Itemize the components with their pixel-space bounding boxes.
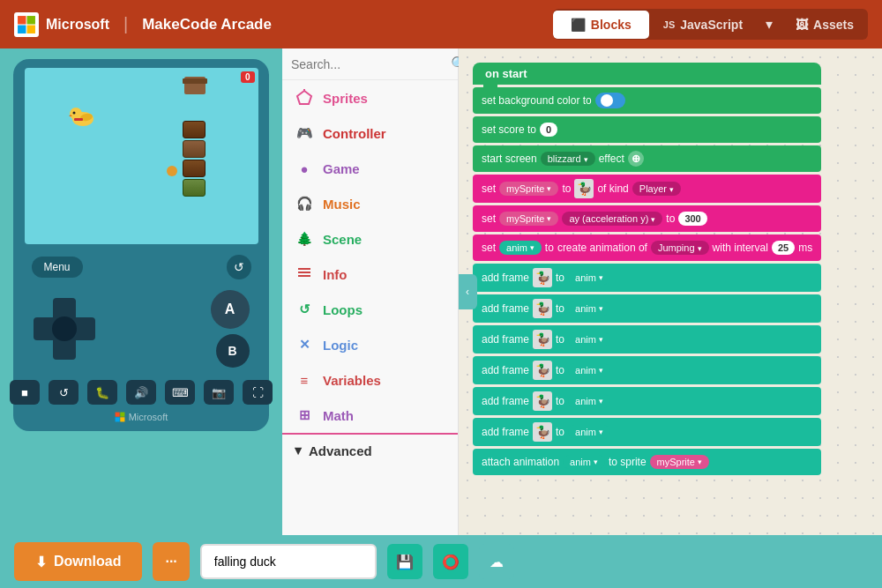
refresh-button[interactable]: ↺: [227, 255, 251, 279]
anim-field-frame3[interactable]: anim ▾: [568, 332, 610, 346]
fullscreen-button[interactable]: ⛶: [243, 380, 273, 405]
cloud-icon: ☁: [490, 554, 504, 570]
block-add-frame-4[interactable]: add frame 🦆 to anim ▾: [473, 356, 821, 384]
kind-player-field[interactable]: Player ▾: [632, 182, 681, 196]
toolbox-item-variables[interactable]: ≡ Variables: [282, 362, 458, 398]
blocks-container: on start set background color to set sco…: [473, 63, 821, 475]
toolbox-item-advanced[interactable]: ▾ Advanced: [282, 433, 458, 466]
anim-field-attach[interactable]: anim ▾: [563, 455, 605, 469]
attach-text: attach animation: [482, 456, 559, 468]
ay-value[interactable]: 300: [678, 212, 706, 226]
block-add-frame-1[interactable]: add frame 🦆 to anim ▾: [473, 264, 821, 292]
interval-value[interactable]: 25: [772, 241, 795, 255]
frame-3-icon[interactable]: 🦆: [533, 330, 552, 349]
stop-button[interactable]: ■: [10, 380, 40, 405]
add-frame-2-text: add frame: [482, 302, 529, 315]
toolbox-item-logic[interactable]: ✕ Logic: [282, 327, 458, 362]
svg-point-7: [72, 112, 75, 115]
controller-label: Controller: [323, 126, 386, 141]
dpad[interactable]: [34, 298, 95, 360]
block-add-frame-6[interactable]: add frame 🦆 to anim ▾: [473, 418, 821, 446]
search-bar: 🔍: [282, 48, 458, 80]
mysprite-field-attach[interactable]: mySprite ▾: [650, 455, 709, 469]
main-area: 0: [0, 48, 882, 535]
with-interval-label: with interval: [713, 242, 768, 254]
svg-point-12: [167, 166, 177, 176]
frame-6-icon[interactable]: 🦆: [533, 422, 552, 442]
anim-field-frame2[interactable]: anim ▾: [568, 301, 610, 316]
anim-field-frame6[interactable]: anim ▾: [568, 425, 610, 439]
svg-rect-1: [27, 16, 35, 24]
frame-1-icon[interactable]: 🦆: [533, 268, 552, 287]
svg-marker-17: [297, 91, 311, 104]
score-value[interactable]: 0: [540, 123, 557, 137]
block-add-frame-2[interactable]: add frame 🦆 to anim ▾: [473, 294, 821, 323]
save-button[interactable]: 💾: [387, 544, 422, 579]
anim-field-frame5[interactable]: anim ▾: [568, 394, 610, 408]
tab-assets[interactable]: 🖼 Assets: [781, 11, 868, 39]
toolbox-item-music[interactable]: 🎧 Music: [282, 186, 458, 221]
sprite-image-icon[interactable]: 🦆: [574, 179, 594, 198]
toolbox-item-game[interactable]: ● Game: [282, 151, 458, 186]
music-label: Music: [323, 197, 361, 212]
microsoft-label: Microsoft: [46, 17, 109, 33]
tab-blocks[interactable]: ⬛ Blocks: [553, 11, 649, 39]
info-label: Info: [323, 267, 348, 282]
download-button[interactable]: ⬇ Download: [14, 542, 142, 581]
anim-field-frame1[interactable]: anim ▾: [568, 271, 610, 285]
tab-javascript[interactable]: JS JavaScript: [649, 11, 757, 39]
button-b[interactable]: B: [216, 334, 250, 368]
toolbox-item-controller[interactable]: 🎮 Controller: [282, 115, 458, 151]
ay-field[interactable]: ay (acceleration y) ▾: [562, 212, 662, 226]
mysprite-field-1[interactable]: mySprite ▾: [499, 182, 558, 196]
block-set-mysprite[interactable]: set mySprite ▾ to 🦆 of kind Player ▾: [473, 175, 821, 203]
variables-icon: ≡: [295, 370, 314, 390]
button-a[interactable]: A: [211, 290, 250, 329]
screenshot-button[interactable]: 📷: [204, 380, 234, 405]
block-attach-animation[interactable]: attach animation anim ▾ to sprite mySpri…: [473, 449, 821, 475]
debug-button[interactable]: 🐛: [87, 380, 117, 405]
anim-field-frame4[interactable]: anim ▾: [568, 363, 610, 377]
frame-4-icon[interactable]: 🦆: [533, 361, 552, 380]
download-icon: ⬇: [35, 554, 47, 570]
block-add-frame-3[interactable]: add frame 🦆 to anim ▾: [473, 325, 821, 354]
effect-add-button[interactable]: ⊕: [628, 151, 644, 167]
microsoft-icon: [14, 12, 39, 37]
ay-to: to: [666, 212, 675, 225]
jumping-field[interactable]: Jumping ▾: [651, 241, 709, 255]
block-add-frame-5[interactable]: add frame 🦆 to anim ▾: [473, 387, 821, 415]
block-set-anim[interactable]: set anim ▾ to create animation of Jumpin…: [473, 234, 821, 261]
frame-5-icon[interactable]: 🦆: [533, 391, 552, 411]
svg-point-5: [70, 108, 82, 120]
block-screen-effect[interactable]: start screen blizzard ▾ effect ⊕: [473, 145, 821, 172]
frame-2-icon[interactable]: 🦆: [533, 299, 552, 318]
toolbox-item-math[interactable]: ⊞ Math: [282, 398, 458, 433]
block-set-background[interactable]: set background color to: [473, 87, 821, 114]
effect-blizzard[interactable]: blizzard ▾: [541, 152, 595, 166]
add-frame-4-text: add frame: [482, 364, 529, 376]
more-button[interactable]: ···: [153, 542, 189, 581]
tab-dropdown[interactable]: ▾: [757, 9, 781, 40]
anim-field-1[interactable]: anim ▾: [499, 241, 542, 255]
mysprite-field-2[interactable]: mySprite ▾: [499, 212, 558, 226]
collapse-button[interactable]: ‹: [459, 274, 477, 309]
bottom-bar: ⬇ Download ··· 💾 ⭕ ☁: [0, 535, 882, 588]
color-toggle[interactable]: [595, 93, 625, 108]
info-icon: [295, 264, 314, 284]
toolbox-item-scene[interactable]: 🌲 Scene: [282, 221, 458, 257]
add-frame-6-to: to: [556, 426, 564, 438]
toolbox-item-sprites[interactable]: Sprites: [282, 80, 458, 115]
github-button[interactable]: ⭕: [433, 544, 468, 579]
toolbox-item-loops[interactable]: ↺ Loops: [282, 292, 458, 327]
block-set-score[interactable]: set score to 0: [473, 116, 821, 143]
toolbox-item-info[interactable]: Info: [282, 257, 458, 292]
keyboard-button[interactable]: ⌨: [165, 380, 195, 405]
bottom-buttons: ■ ↺ 🐛 🔊 ⌨ 📷 ⛶: [10, 380, 273, 405]
sound-button[interactable]: 🔊: [126, 380, 156, 405]
block-set-ay[interactable]: set mySprite ▾ ay (acceleration y) ▾ to …: [473, 205, 821, 232]
cloud-button[interactable]: ☁: [479, 544, 514, 579]
restart-button[interactable]: ↺: [49, 380, 78, 405]
project-name-input[interactable]: [200, 544, 377, 579]
search-input[interactable]: [291, 57, 445, 71]
menu-button[interactable]: Menu: [32, 257, 83, 278]
